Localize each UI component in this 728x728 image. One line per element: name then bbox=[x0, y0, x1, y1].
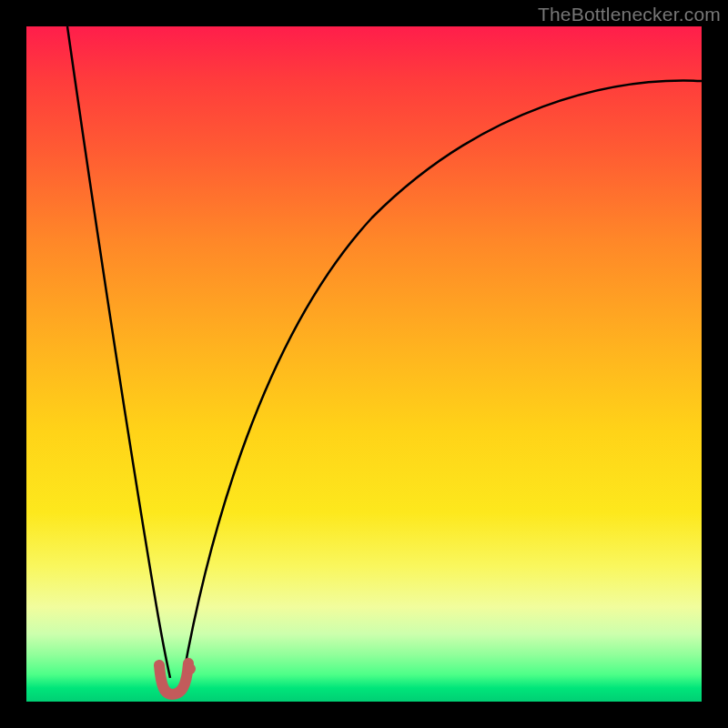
notch-cap-icon bbox=[185, 663, 196, 674]
curve-left-branch bbox=[67, 26, 170, 678]
chart-frame: TheBottlenecker.com bbox=[0, 0, 728, 728]
plot-area bbox=[26, 26, 702, 702]
curve-right-branch bbox=[183, 81, 702, 678]
curve-layer bbox=[26, 26, 702, 702]
watermark-label: TheBottlenecker.com bbox=[538, 4, 721, 25]
notch-marker bbox=[159, 663, 188, 694]
